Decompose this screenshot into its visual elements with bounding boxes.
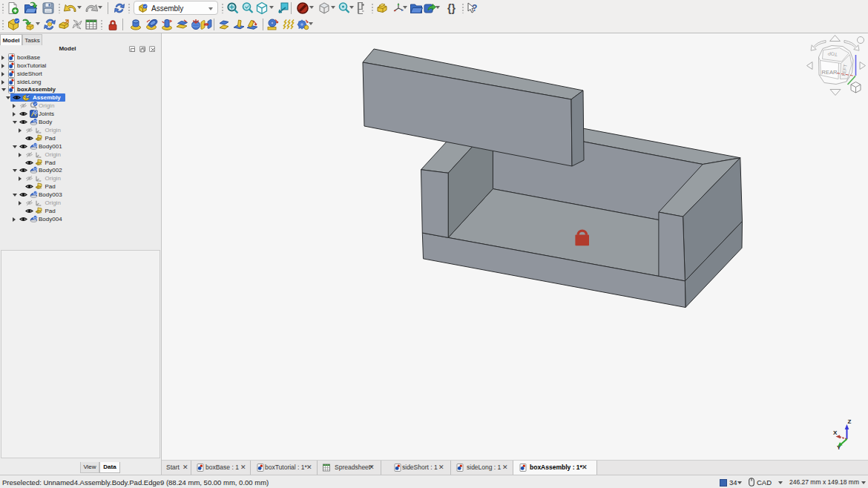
- svg-text:Z: Z: [848, 418, 852, 425]
- svg-text:REAR: REAR: [822, 69, 838, 76]
- svg-text:{}: {}: [447, 2, 456, 14]
- svg-text:X: X: [833, 429, 838, 436]
- svg-text:?: ?: [472, 3, 477, 13]
- svg-text:Y: Y: [837, 444, 841, 451]
